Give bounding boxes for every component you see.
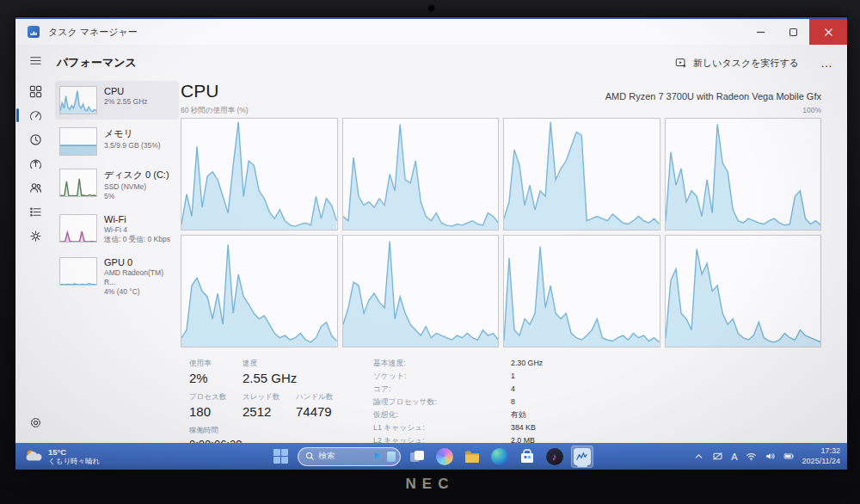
sidebar-thumb-wifi-graph [59, 214, 97, 243]
stat-value: 74479 [296, 404, 334, 419]
sidebar-line-gpu-1: 4% (40 °C) [104, 287, 175, 297]
system-tray: A 17:32 2025/11/24 [693, 446, 840, 466]
spec-value-0: 2.30 GHz [511, 359, 543, 369]
battery-icon[interactable] [783, 451, 795, 462]
maximize-icon [789, 28, 798, 37]
cpu-core-chart-grid [181, 118, 821, 347]
run-new-task-icon [675, 57, 687, 69]
file-explorer-button[interactable] [461, 446, 483, 468]
stat-group-0: 使用率2%速度2.55 GHz [189, 359, 366, 385]
stat-1-0: プロセス数180 [189, 392, 227, 419]
store-button[interactable] [516, 446, 538, 468]
sidebar-line-wifi-1: 送信: 0 受信: 0 Kbps [104, 235, 170, 244]
more-options-button[interactable]: … [820, 56, 833, 70]
nav-users[interactable] [22, 177, 48, 198]
performance-sidebar: CPU2% 2.55 GHzメモリ3.5/9.9 GB (35%)ディスク 0 … [55, 81, 179, 443]
chevron-up-icon[interactable] [693, 451, 704, 462]
spec-label-4: 仮想化: [373, 410, 511, 421]
services-gear-icon [29, 230, 42, 243]
ime-a-indicator[interactable]: A [731, 452, 737, 462]
sidebar-item-memory[interactable]: メモリ3.5/9.9 GB (35%) [55, 122, 179, 161]
nav-services[interactable] [22, 225, 48, 246]
copilot-button[interactable] [433, 446, 456, 468]
maximize-button[interactable] [777, 19, 809, 45]
clock-date: 2025/11/24 [802, 457, 840, 466]
window-title: タスク マネージャー [48, 26, 138, 39]
sidebar-text-memory: メモリ3.5/9.9 GB (35%) [104, 127, 161, 151]
command-bar-actions: 新しいタスクを実行する … [667, 53, 833, 73]
processes-grid-icon [29, 85, 42, 98]
stat-0-1: 速度2.55 GHz [243, 359, 297, 385]
spec-label-0: 基本速度: [373, 359, 511, 369]
spec-value-1: 1 [511, 372, 543, 382]
spec-value-3: 8 [511, 397, 543, 408]
sidebar-title-cpu: CPU [104, 86, 148, 96]
sidebar-item-wifi[interactable]: Wi-FiWi-Fi 4送信: 0 受信: 0 Kbps [55, 209, 179, 249]
run-new-task-button[interactable]: 新しいタスクを実行する [667, 53, 807, 73]
media-player-button[interactable]: ♪ [544, 446, 566, 468]
cpu-core-chart-0 [181, 118, 338, 230]
stat-0-0: 使用率2% [189, 359, 227, 385]
weather-widget[interactable]: 15°C くもり時々晴れ [24, 447, 100, 466]
volume-icon[interactable] [765, 451, 776, 462]
navigation-rail [15, 50, 55, 436]
task-manager-taskbar-button[interactable] [571, 446, 593, 468]
sidebar-item-gpu[interactable]: GPU 0AMD Radeon(TM) R...4% (40 °C) [55, 252, 179, 302]
spec-label-5: L1 キャッシュ: [373, 423, 511, 433]
stat-value: 2.55 GHz [243, 371, 297, 385]
task-view-icon [408, 448, 426, 465]
media-player-icon: ♪ [546, 448, 563, 465]
sidebar-item-cpu[interactable]: CPU2% 2.55 GHz [55, 81, 179, 120]
stat-label: 稼働時間 [189, 426, 242, 436]
cpu-performance-pane: CPU AMD Ryzen 7 3700U with Radeon Vega M… [181, 74, 821, 443]
file-explorer-icon [464, 448, 481, 465]
page-title: パフォーマンス [57, 55, 137, 71]
search-box[interactable]: 検索 [298, 447, 401, 466]
search-placeholder: 検索 [319, 451, 371, 462]
cpu-title: CPU [181, 81, 218, 101]
task-view-button[interactable] [406, 446, 428, 468]
stat-label: 速度 [243, 359, 297, 369]
clock[interactable]: 17:32 2025/11/24 [802, 446, 840, 466]
touchpad-off-icon[interactable] [712, 451, 723, 462]
search-highlight-icon [375, 452, 383, 460]
sidebar-title-gpu: GPU 0 [104, 257, 175, 267]
nav-startup-apps[interactable] [22, 153, 48, 174]
close-icon [824, 28, 833, 37]
settings-button[interactable] [22, 412, 48, 433]
cpu-core-chart-2 [503, 118, 660, 230]
clock-time: 17:32 [802, 446, 840, 456]
title-bar: タスク マネージャー [15, 19, 847, 45]
close-button[interactable] [809, 19, 847, 45]
sidebar-line-wifi-0: Wi-Fi 4 [104, 225, 170, 235]
edge-button[interactable] [488, 446, 511, 468]
minimize-button[interactable] [744, 19, 777, 45]
nav-performance[interactable] [22, 105, 48, 126]
sidebar-item-disk[interactable]: ディスク 0 (C:)SSD (NVMe)5% [55, 163, 179, 206]
performance-gauge-icon [29, 109, 42, 122]
spec-value-2: 4 [511, 384, 543, 395]
laptop-screen: タスク マネージャー パフォーマンス [15, 17, 847, 470]
task-manager-window: タスク マネージャー パフォーマンス [15, 19, 847, 443]
wifi-icon[interactable] [746, 451, 757, 462]
stat-value: 180 [189, 404, 227, 419]
hamburger-menu-button[interactable] [22, 50, 48, 71]
copilot-icon [436, 448, 453, 465]
sidebar-text-cpu: CPU2% 2.55 GHz [104, 86, 148, 107]
nav-details[interactable] [22, 201, 48, 222]
start-button[interactable] [270, 446, 292, 468]
sidebar-text-gpu: GPU 0AMD Radeon(TM) R...4% (40 °C) [104, 257, 175, 297]
sidebar-line-gpu-0: AMD Radeon(TM) R... [104, 268, 175, 287]
minimize-icon [756, 28, 765, 37]
graph-timespan-label: 60 秒間の使用率 (%) [181, 106, 249, 116]
graph-axis-labels: 60 秒間の使用率 (%) 100% [181, 106, 821, 116]
sidebar-thumb-disk-graph [59, 169, 97, 197]
cpu-core-chart-3 [665, 118, 822, 230]
graph-max-label: 100% [802, 106, 821, 116]
nav-app-history[interactable] [22, 129, 48, 150]
task-manager-icon [574, 448, 591, 465]
spec-label-3: 論理プロセッサ数: [373, 397, 511, 408]
search-icon [305, 452, 315, 461]
sidebar-text-disk: ディスク 0 (C:)SSD (NVMe)5% [104, 169, 169, 201]
nav-processes[interactable] [22, 81, 48, 101]
